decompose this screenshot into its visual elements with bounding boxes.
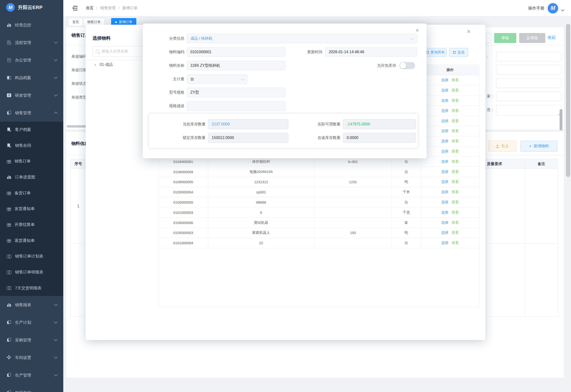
select-link[interactable]: 选择 (441, 98, 449, 103)
unit-select[interactable]: 台 (187, 74, 247, 84)
tab-home[interactable]: 首页 (68, 18, 83, 26)
current-stock-input[interactable]: 2137.0000 (208, 119, 288, 129)
select-link[interactable]: 选择 (441, 221, 449, 225)
sidebar-subitem[interactable]: 销售订单明细表 (0, 264, 63, 280)
select-link[interactable]: 选择 (441, 78, 449, 83)
info-textarea[interactable] (496, 105, 561, 115)
view-link[interactable]: 查看 (452, 129, 459, 133)
breadcrumb-sales[interactable]: 销售管理 (100, 6, 115, 11)
import-button[interactable]: 引入 (488, 141, 516, 152)
sidebar-item[interactable]: 车间设置 (0, 349, 63, 366)
sidebar-item[interactable]: 生产计划 (0, 314, 63, 331)
tree-expand-caret-icon[interactable] (95, 64, 98, 66)
view-link[interactable]: 查看 (452, 170, 459, 174)
view-link[interactable]: 查看 (452, 159, 459, 164)
select-link[interactable]: 选择 (441, 200, 449, 205)
sidebar-subitem[interactable]: 退货通知单 (0, 233, 63, 249)
category-select[interactable]: 成品 / 纸杯机 (187, 34, 417, 43)
material-unit-cell: 吨 (392, 177, 421, 187)
view-link[interactable]: 查看 (452, 139, 459, 143)
sidebar-subitem[interactable]: 备货订单 (0, 185, 63, 201)
user-menu-caret-icon[interactable] (561, 8, 564, 11)
sidebar-subitem[interactable]: 销售订单计划表 (0, 249, 63, 265)
view-link[interactable]: 查看 (452, 98, 459, 103)
select-link[interactable]: 选择 (441, 88, 449, 93)
vendor-input[interactable] (496, 91, 561, 101)
modal-close-icon[interactable]: × (467, 28, 471, 35)
sidebar-subitem[interactable]: 销售订单 (0, 153, 63, 169)
view-link[interactable]: 查看 (452, 109, 459, 113)
sidebar-item[interactable]: 研发管理 (0, 86, 63, 104)
sidebar-subitem[interactable]: 客户档案 (0, 122, 63, 138)
sidebar-item[interactable]: 经营总控 (0, 16, 63, 34)
available-stock-input[interactable]: -147875.0000 (343, 119, 416, 129)
app-name: 升阳云ERP (18, 4, 43, 11)
query-all-button[interactable]: 查询所有 (424, 48, 447, 57)
view-link[interactable]: 查看 (452, 149, 459, 154)
avatar[interactable]: M (548, 3, 558, 14)
name-input[interactable]: 118S ZY型纸杯机 (187, 61, 286, 70)
view-link[interactable]: 查看 (452, 190, 459, 194)
select-link[interactable]: 选择 (441, 109, 449, 113)
sidebar-subitem[interactable]: 7天交货明细表 (0, 280, 63, 296)
collapse-link[interactable]: 收起 (548, 35, 556, 40)
view-link[interactable]: 查看 (452, 210, 459, 215)
sidebar-menu-bottom: 销售报表 生产计划 采购管理 车间设置 生产管理 (0, 296, 63, 392)
view-link[interactable]: 查看 (452, 221, 459, 225)
select-link[interactable]: 选择 (441, 230, 449, 235)
sidebar-collapse-icon[interactable] (71, 5, 77, 11)
view-link[interactable]: 查看 (452, 230, 459, 235)
select-link[interactable]: 选择 (441, 170, 449, 174)
view-link[interactable]: 查看 (452, 119, 459, 123)
sidebar-item[interactable]: 流程管理 (0, 34, 63, 51)
sidebar-item[interactable]: 生产管理 (0, 366, 63, 384)
sidebar-item[interactable]: 办公管理 (0, 51, 63, 69)
sidebar-item[interactable]: 销售报表 (0, 296, 63, 314)
sidebar-subitem-icon (7, 127, 11, 132)
select-link[interactable]: 选择 (441, 159, 449, 164)
model-input[interactable]: ZY型 (187, 88, 286, 97)
select-link[interactable]: 选择 (441, 139, 449, 143)
sidebar-subitem[interactable]: 发货通知单 (0, 201, 63, 217)
sidebar-subitem[interactable]: 销售合同 (0, 138, 63, 154)
select-link[interactable]: 选择 (441, 241, 449, 245)
view-link[interactable]: 查看 (452, 78, 459, 83)
locked-stock-input[interactable]: 150012.0000 (208, 133, 288, 143)
right-form-input-2[interactable] (496, 65, 561, 74)
view-link[interactable]: 查看 (452, 200, 459, 205)
material-table-row: 0100000006 测试机器 套 选择 查看 (158, 218, 479, 228)
select-link[interactable]: 选择 (441, 119, 449, 123)
sidebar-item[interactable]: 料品档案 (0, 69, 63, 86)
select-link[interactable]: 选择 (441, 129, 449, 133)
view-link[interactable]: 查看 (452, 180, 459, 184)
tree-node-finished-goods[interactable]: 01-成品 (95, 62, 113, 67)
vscroll-thumb[interactable] (566, 24, 570, 177)
select-link[interactable]: 选择 (441, 190, 449, 194)
updated-input[interactable]: 2026-01-14 14:48:46 (325, 47, 417, 57)
manual-link[interactable]: 操作手册 (528, 5, 544, 11)
sidebar-item[interactable]: 采购管理 (0, 331, 63, 349)
add-material-button[interactable]: + 新增物料 (520, 141, 557, 152)
audit-button[interactable]: 审核 (494, 33, 516, 43)
allow-negative-toggle[interactable] (399, 62, 415, 69)
sidebar-subitem[interactable]: 开票结算单 (0, 217, 63, 233)
sidebar-item[interactable]: 销售管理 (0, 104, 63, 122)
sidebar-item-label: 生产管理 (15, 373, 55, 378)
sidebar-subitem[interactable]: 订单进度图 (0, 169, 63, 185)
view-link[interactable]: 查看 (452, 88, 459, 93)
desc-input[interactable] (187, 101, 286, 111)
view-link[interactable]: 查看 (452, 241, 459, 245)
transit-stock-input[interactable]: 0.0000 (343, 133, 416, 143)
unaudit-button[interactable]: 反审核 (519, 33, 545, 43)
code-input[interactable]: 0101000001 (187, 47, 286, 57)
select-link[interactable]: 选择 (441, 210, 449, 215)
select-link[interactable]: 选择 (441, 180, 449, 184)
multi-select-button[interactable]: 连选 (449, 48, 468, 57)
sidebar-item[interactable]: 加工车间 (0, 384, 63, 392)
right-form-input-3[interactable] (496, 78, 561, 88)
breadcrumb-home[interactable]: 首页 (86, 6, 93, 11)
popup-close-icon[interactable]: × (416, 27, 419, 33)
select-link[interactable]: 选择 (441, 149, 449, 154)
panel-vscroll-thumb[interactable] (560, 109, 562, 130)
right-form-input-1[interactable] (496, 52, 561, 61)
